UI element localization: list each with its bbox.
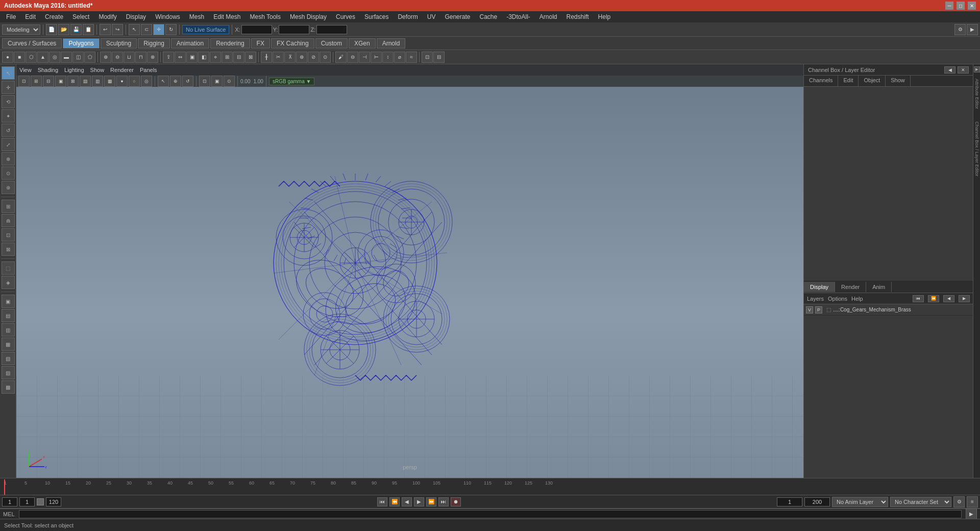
z-input[interactable] xyxy=(316,25,347,34)
current-frame-display[interactable]: 1 xyxy=(2,497,17,506)
vp-ctrl-9[interactable]: ● xyxy=(116,76,128,87)
disc-btn[interactable]: ◫ xyxy=(72,52,84,63)
cone-btn[interactable]: ▲ xyxy=(37,52,48,63)
record-btn[interactable]: ⏺ xyxy=(451,497,461,506)
vp-ctrl-2[interactable]: ⊞ xyxy=(31,76,42,87)
x-input[interactable] xyxy=(241,25,272,34)
tab-sculpting[interactable]: Sculpting xyxy=(101,38,137,49)
menu-create[interactable]: Create xyxy=(41,12,67,21)
menu-generate[interactable]: Generate xyxy=(440,12,474,21)
select-tool-btn[interactable]: ↖ xyxy=(2,66,15,80)
menu-select[interactable]: Select xyxy=(68,12,93,21)
render-region-btn[interactable]: ⬚ xyxy=(2,261,15,275)
merge-btn[interactable]: ⊼ xyxy=(284,52,296,63)
minimize-button[interactable]: ─ xyxy=(945,2,953,10)
snap-grid-btn[interactable]: ⊞ xyxy=(2,200,15,213)
options-menu[interactable]: Options xyxy=(828,296,847,302)
layers-menu[interactable]: Layers xyxy=(807,296,824,302)
snap-btn[interactable]: ⊡ xyxy=(422,52,433,63)
soft-sel-btn[interactable]: ⊖ xyxy=(347,52,358,63)
flip-btn[interactable]: ↕ xyxy=(382,52,394,63)
step-back-btn[interactable]: ⏪ xyxy=(389,497,400,506)
bevel-btn[interactable]: ⊠ xyxy=(245,52,256,63)
cb-tab-object[interactable]: Object xyxy=(859,76,886,86)
vp-menu-shading[interactable]: Shading xyxy=(38,67,58,73)
rotate-tool-btn[interactable]: ↺ xyxy=(2,124,15,137)
ae-label-cb[interactable]: Channel Box / Layer Editor xyxy=(974,122,979,177)
shelf-btn1[interactable]: ▣ xyxy=(2,295,15,308)
combine-btn[interactable]: ⊕ xyxy=(100,52,111,63)
fill-btn[interactable]: ▣ xyxy=(186,52,198,63)
vp-ctrl-11[interactable]: ◎ xyxy=(141,76,152,87)
sep-btn[interactable]: ⊖ xyxy=(112,52,123,63)
range-end-display[interactable]: 120 xyxy=(46,497,61,506)
menu-windows[interactable]: Windows xyxy=(151,12,184,21)
move-tool-btn[interactable]: ✦ xyxy=(2,109,15,123)
char-set-selector[interactable]: No Character Set xyxy=(890,497,951,507)
lasso-select-btn[interactable]: ⟲ xyxy=(2,95,15,108)
anim-layer-selector[interactable]: No Anim Layer xyxy=(832,497,888,507)
menu-edit[interactable]: Edit xyxy=(21,12,40,21)
select-btn[interactable]: ↖ xyxy=(129,24,140,35)
vp-ctrl-7[interactable]: ▥ xyxy=(92,76,103,87)
vp-ctrl-8[interactable]: ▦ xyxy=(104,76,115,87)
mel-exec-btn[interactable]: ▶ xyxy=(966,509,977,520)
new-scene-btn[interactable]: 📄 xyxy=(46,24,57,35)
render-btn[interactable]: ▶ xyxy=(967,24,978,35)
tab-polygons[interactable]: Polygons xyxy=(63,38,99,49)
cube-btn[interactable]: ■ xyxy=(14,52,25,63)
shelf-btn2[interactable]: ▤ xyxy=(2,309,15,322)
layer-back-btn[interactable]: ⏪ xyxy=(928,295,939,302)
tab-curves-surfaces[interactable]: Curves / Surfaces xyxy=(2,38,62,49)
layer-show-btn[interactable]: ▶ xyxy=(959,295,970,302)
ae-label-attr[interactable]: Attribute Editor xyxy=(974,79,979,109)
menu-surfaces[interactable]: Surfaces xyxy=(360,12,393,21)
save-btn[interactable]: 💾 xyxy=(70,24,82,35)
torus-btn[interactable]: ◎ xyxy=(49,52,60,63)
cb-collapse-btn[interactable]: ◀ xyxy=(944,66,955,74)
layer-row-1[interactable]: V P ⬚ ....:Cog_Gears_Mechanism_Brass xyxy=(804,304,973,316)
xray-btn[interactable]: ⊟ xyxy=(433,52,445,63)
play-fwd-btn[interactable]: ▶ xyxy=(414,497,424,506)
y-input[interactable] xyxy=(279,25,309,34)
menu-curves[interactable]: Curves xyxy=(332,12,359,21)
vp-ctrl-15[interactable]: ⊡ xyxy=(199,76,210,87)
tab-rigging[interactable]: Rigging xyxy=(138,38,170,49)
dra-tab-render[interactable]: Render xyxy=(835,282,866,292)
layer-help-menu[interactable]: Help xyxy=(851,296,863,302)
layer-v-btn[interactable]: V xyxy=(806,306,813,313)
collapse-btn[interactable]: ⊛ xyxy=(296,52,307,63)
transport-settings-btn[interactable]: ⚙ xyxy=(953,496,965,508)
shelf-btn5[interactable]: ▧ xyxy=(2,352,15,365)
step-fwd-btn[interactable]: ⏩ xyxy=(426,497,436,506)
layer-hide-btn[interactable]: ◀ xyxy=(943,295,954,302)
anim-start-display[interactable]: 1 xyxy=(777,497,802,506)
lasso-btn[interactable]: ⊂ xyxy=(141,24,152,35)
vp-ctrl-17[interactable]: ⊙ xyxy=(224,76,235,87)
anim-end-display[interactable]: 200 xyxy=(804,497,830,506)
undo-btn[interactable]: ↩ xyxy=(100,24,111,35)
vp-ctrl-16[interactable]: ▣ xyxy=(211,76,223,87)
cb-tab-channels[interactable]: Channels xyxy=(804,76,838,86)
mel-input[interactable] xyxy=(19,510,962,518)
connect-btn[interactable]: ╂ xyxy=(261,52,272,63)
dra-tab-anim[interactable]: Anim xyxy=(866,282,892,292)
plane-btn[interactable]: ▬ xyxy=(61,52,72,63)
maximize-button[interactable]: □ xyxy=(957,2,965,10)
shelf-btn7[interactable]: ▩ xyxy=(2,380,15,394)
menu-cache[interactable]: Cache xyxy=(475,12,501,21)
cylinder-btn[interactable]: ⬡ xyxy=(26,52,37,63)
universal-manip-btn[interactable]: ⊕ xyxy=(2,152,15,165)
cb-tab-show[interactable]: Show xyxy=(886,76,911,86)
tab-xgen[interactable]: XGen xyxy=(349,38,376,49)
paint-sel-btn[interactable]: 🖌 xyxy=(335,52,347,63)
gamma-label[interactable]: sRGB gamma ▼ xyxy=(269,78,314,85)
shape2-btn[interactable]: ⬠ xyxy=(84,52,95,63)
relax-btn[interactable]: ≈ xyxy=(406,52,417,63)
menu-mesh-display[interactable]: Mesh Display xyxy=(286,12,331,21)
menu-mesh-tools[interactable]: Mesh Tools xyxy=(246,12,285,21)
bool-union-btn[interactable]: ⊔ xyxy=(124,52,135,63)
close-button[interactable]: ✕ xyxy=(968,2,976,10)
open-btn[interactable]: 📂 xyxy=(58,24,69,35)
move-btn[interactable]: ✛ xyxy=(153,24,164,35)
